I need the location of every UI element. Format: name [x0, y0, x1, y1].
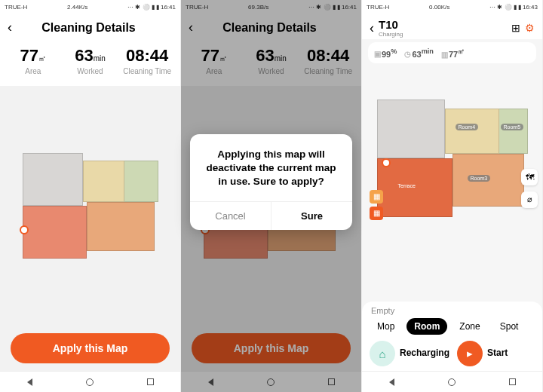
grid-icon[interactable]: ⊞	[511, 22, 520, 34]
home-icon: ⌂	[370, 341, 395, 366]
tab-zone[interactable]: Zone	[452, 318, 487, 335]
device-status: Charging	[379, 31, 507, 38]
confirm-dialog: Applying this map will deactivate the cu…	[190, 134, 352, 230]
tab-mop[interactable]: Mop	[370, 318, 402, 335]
dialog-message: Applying this map will deactivate the cu…	[190, 134, 352, 201]
map-area[interactable]: Room4 Room5 Terrace Room3 🗺 ⌀ ▦ ▦	[362, 63, 542, 302]
map-area[interactable]	[0, 86, 180, 333]
clock-icon: ◷	[404, 50, 411, 58]
nav-back-icon[interactable]	[389, 378, 394, 386]
start-button[interactable]: ▸ Start	[457, 341, 535, 366]
recharge-button[interactable]: ⌂ Recharging	[370, 341, 449, 366]
summary-bar: ▣99% ◷63min ▥77㎡	[368, 42, 536, 63]
sure-button[interactable]: Sure	[272, 202, 352, 230]
stat-time: 08:44 Cleaning Time	[118, 46, 176, 75]
android-navbar	[362, 371, 542, 392]
android-navbar	[0, 371, 180, 392]
room-label[interactable]: Terrace	[395, 182, 419, 189]
back-icon[interactable]: ‹	[370, 20, 374, 36]
stat-worked: 63min Worked	[62, 46, 119, 75]
status-text: Empty	[371, 306, 535, 315]
screen-apply-dialog: TRUE-H 69.3B/s ⋯ ✱ ⚪ ▮ ▮ 16:41 ‹ Cleanin…	[181, 0, 362, 392]
dock-icon	[382, 158, 391, 167]
nav-home-icon[interactable]	[448, 378, 456, 386]
room-label[interactable]: Room3	[468, 175, 491, 182]
map-layers-button[interactable]: 🗺	[521, 169, 538, 185]
cancel-button[interactable]: Cancel	[190, 202, 272, 230]
nav-recent-icon[interactable]	[509, 378, 516, 385]
gear-icon[interactable]: ⚙	[525, 22, 535, 34]
back-icon[interactable]: ‹	[8, 20, 12, 35]
room-label[interactable]: Room5	[501, 124, 524, 130]
status-bar: TRUE-H 0.00K/s ⋯ ✱ ⚪ ▮ ▮ 16:43	[362, 0, 542, 14]
header: ‹ Cleaning Details	[0, 14, 180, 38]
status-bar: TRUE-H 2.44K/s ⋯ ✱ ⚪ ▮ ▮ 16:41	[0, 0, 180, 14]
page-title: Cleaning Details	[18, 21, 159, 35]
mode-tabs: Mop Room Zone Spot	[370, 318, 535, 335]
nav-recent-icon[interactable]	[147, 378, 154, 385]
side-button-2[interactable]: ▦	[370, 207, 383, 220]
nav-home-icon[interactable]	[86, 378, 94, 386]
header: ‹ T10 Charging ⊞ ⚙	[362, 14, 542, 39]
apply-map-button[interactable]: Apply this Map	[11, 333, 170, 363]
play-icon: ▸	[457, 341, 483, 366]
stat-area: 77㎡ Area	[5, 46, 62, 75]
side-button-1[interactable]: ▦	[370, 190, 383, 204]
tab-spot[interactable]: Spot	[492, 318, 526, 335]
area-icon: ▥	[441, 51, 448, 59]
battery-icon: ▣	[374, 50, 381, 58]
bottom-panel: Empty Mop Room Zone Spot ⌂ Recharging ▸ …	[362, 302, 542, 371]
map-edit-button[interactable]: ⌀	[521, 191, 538, 208]
device-name: T10	[379, 18, 507, 31]
stats-row: 77㎡ Area 63min Worked 08:44 Cleaning Tim…	[0, 38, 180, 86]
floor-map: Room4 Room5 Terrace Room3	[377, 100, 528, 228]
room-label[interactable]: Room4	[456, 124, 479, 130]
nav-back-icon[interactable]	[27, 378, 32, 386]
tab-room[interactable]: Room	[406, 318, 447, 335]
screen-cleaning-details: TRUE-H 2.44K/s ⋯ ✱ ⚪ ▮ ▮ 16:41 ‹ Cleanin…	[0, 0, 181, 392]
dock-icon	[20, 225, 29, 234]
floor-map	[23, 153, 158, 266]
screen-robot-home: TRUE-H 0.00K/s ⋯ ✱ ⚪ ▮ ▮ 16:43 ‹ T10 Cha…	[362, 0, 543, 392]
